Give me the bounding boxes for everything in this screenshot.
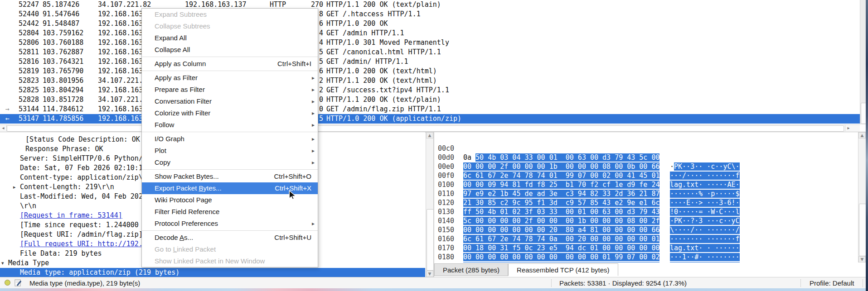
selected-field-status: Media type (media.type), 219 byte(s) bbox=[29, 277, 140, 289]
desktop-edge-bottom bbox=[0, 288, 866, 291]
packet-no: 52247 bbox=[19, 0, 39, 10]
menu-shortcut: Ctrl+Shift+O bbox=[274, 171, 311, 182]
tree-expander-icon[interactable]: ▾ bbox=[1, 258, 4, 268]
hex-dump-row[interactable]: 0130 5c 00 00 00 00 2f 00 00 00 1b 00 00… bbox=[434, 198, 858, 207]
packet-row[interactable]: 52811 103.762887 192.168.163.137 5 GET /… bbox=[0, 48, 860, 57]
packet-no: 53144 bbox=[19, 105, 39, 114]
packet-row[interactable]: → 53144 114.784612 192.168.163.137 0 GET… bbox=[0, 105, 860, 114]
context-menu-item[interactable]: Filter Field Reference bbox=[142, 206, 318, 218]
packet-row[interactable]: 52828 103.851728 34.107.221.82 0 HTTP/1.… bbox=[0, 95, 860, 105]
packet-detail-row[interactable]: Media type: application/zip (219 bytes) bbox=[0, 268, 425, 277]
hex-dump-row[interactable]: 0190 01 00 65 00 00 00 60 00 00 00 00 00… bbox=[434, 253, 858, 262]
context-menu-item[interactable]: Show Linked Packet in New Window bbox=[142, 255, 318, 267]
packet-no: 52819 bbox=[19, 67, 39, 76]
submenu-arrow-icon: ▸ bbox=[312, 133, 315, 145]
context-menu-item[interactable]: Plot ▸ bbox=[142, 145, 318, 157]
context-menu-item[interactable]: Expand Subtrees bbox=[142, 9, 318, 20]
hex-bytes[interactable]: 00 41 45 01 00 00 50 4b 05 06 00 00 00 0… bbox=[463, 262, 659, 262]
packet-row[interactable]: 52440 91.547646 192.168.163.137 8 GET /.… bbox=[0, 10, 860, 19]
packet-row[interactable]: 52823 103.801956 34.107.221.82 2 HTTP/1.… bbox=[0, 76, 860, 86]
tab-packet-bytes[interactable]: Packet (285 bytes) bbox=[434, 263, 508, 276]
packet-row[interactable]: ← 53147 114.785856 192.168.163.137 5 HTT… bbox=[0, 114, 860, 124]
wireshark-window: 52247 85.187426 34.107.221.82 192.168.16… bbox=[0, 0, 868, 291]
hex-dump-row[interactable]: 0150 6c 61 67 2e 74 78 74 0a 00 20 00 00… bbox=[434, 216, 858, 225]
tab-reassembled-tcp[interactable]: Reassembled TCP (412 bytes) bbox=[508, 263, 618, 276]
submenu-arrow-icon: ▸ bbox=[312, 107, 315, 119]
byte-view-tabs: Packet (285 bytes)Reassembled TCP (412 b… bbox=[434, 263, 618, 277]
scroll-down-arrow-icon[interactable]: ▼ bbox=[426, 271, 433, 277]
packet-row[interactable]: 52806 103.760188 192.168.163.137 4 HTTP/… bbox=[0, 38, 860, 48]
packet-info: GET /admin HTTP/1.1 bbox=[326, 29, 404, 38]
scroll-up-arrow-icon[interactable]: ▲ bbox=[858, 132, 866, 138]
context-menu-item[interactable]: Export Packet Bytes... Ctrl+Shift+X bbox=[142, 182, 318, 194]
packet-row[interactable]: 52442 91.548487 192.168.163.137 6 HTTP/1… bbox=[0, 19, 860, 29]
context-menu-item[interactable]: Expand All bbox=[142, 32, 318, 44]
packet-info: HTTP/1.1 200 OK (text/plain) bbox=[326, 0, 441, 10]
packet-info: GET /canonical.html HTTP/1.1 bbox=[326, 48, 441, 57]
context-menu-item[interactable]: Decode As... Ctrl+Shift+U bbox=[142, 232, 318, 243]
hex-dump-row[interactable]: 00f0 00 00 09 94 81 fd f8 25 b1 70 f2 cf… bbox=[434, 162, 858, 171]
hex-dump-row[interactable]: 0160 00 18 00 31 f5 0c 23 e5 94 dc 01 00… bbox=[434, 225, 858, 234]
packet-row[interactable]: 52819 103.765790 192.168.163.137 6 HTTP/… bbox=[0, 67, 860, 76]
status-bar: Media type (media.type), 219 byte(s) Pac… bbox=[0, 277, 866, 289]
hex-offset: 0190 bbox=[438, 262, 454, 262]
packet-time: 103.804294 bbox=[43, 86, 83, 95]
context-menu-item[interactable]: Show Packet Bytes... Ctrl+Shift+O bbox=[142, 171, 318, 182]
context-menu-item[interactable]: Conversation Filter ▸ bbox=[142, 95, 318, 107]
scroll-right-arrow-icon[interactable]: ▸ bbox=[845, 125, 852, 131]
hex-dump-row[interactable]: 0100 97 e9 e2 1b 45 de ad 3e c3 94 82 33… bbox=[434, 171, 858, 180]
scrollbar-thumb[interactable] bbox=[859, 204, 866, 256]
packet-info: HTTP/1.0 200 OK (text/html) bbox=[326, 67, 437, 76]
packet-time: 114.784612 bbox=[43, 105, 83, 114]
packet-row[interactable]: 52816 103.764321 192.168.163.137 5 GET /… bbox=[0, 57, 860, 67]
context-menu-item[interactable]: Colorize with Filter ▸ bbox=[142, 107, 318, 119]
context-menu-item[interactable]: Apply as Column Ctrl+Shift+I bbox=[142, 58, 318, 70]
expert-info-icon[interactable] bbox=[5, 280, 10, 286]
submenu-arrow-icon: ▸ bbox=[312, 119, 315, 131]
packet-info: GET /admin/flag.zip HTTP/1.1 bbox=[326, 105, 441, 114]
context-menu-item[interactable]: Prepare as Filter ▸ bbox=[142, 84, 318, 95]
packet-row[interactable]: 52804 103.759162 192.168.163.137 4 GET /… bbox=[0, 29, 860, 38]
related-packet-indicator-icon bbox=[1, 67, 14, 76]
hex-dump-row[interactable]: 00e0 6c 61 67 2e 74 78 74 01 99 07 00 02… bbox=[434, 153, 858, 162]
hex-dump-row[interactable]: 00d0 00 00 00 2f 00 00 00 1b 00 00 00 08… bbox=[434, 144, 858, 153]
context-menu-item[interactable]: Collapse Subtrees bbox=[142, 20, 318, 32]
packet-list-vertical-scrollbar[interactable] bbox=[860, 0, 866, 124]
context-menu-item[interactable]: I/O Graph ▸ bbox=[142, 133, 318, 145]
hex-dump-pane: 00c0 0a 50 4b 03 04 33 00 01 00 63 00 d3… bbox=[434, 132, 858, 262]
hex-dump-row[interactable]: 0180 00 41 45 01 00 00 50 4b 05 06 00 00… bbox=[434, 243, 858, 253]
context-menu-item[interactable]: Follow ▸ bbox=[142, 119, 318, 131]
scroll-left-arrow-icon[interactable]: ◂ bbox=[0, 125, 7, 131]
packet-row[interactable]: 52247 85.187426 34.107.221.82 192.168.16… bbox=[0, 0, 860, 10]
packet-list: 52247 85.187426 34.107.221.82 192.168.16… bbox=[0, 0, 860, 124]
tree-expander-icon[interactable]: ▸ bbox=[13, 182, 16, 192]
hex-dump-row[interactable]: 0170 00 00 00 00 00 00 00 00 00 00 00 01… bbox=[434, 234, 858, 243]
desktop-edge-right bbox=[866, 0, 868, 291]
scrollbar-thumb[interactable] bbox=[7, 125, 844, 132]
hex-dump-row[interactable]: 0120 ff 50 4b 01 02 3f 03 33 00 01 00 63… bbox=[434, 189, 858, 198]
context-menu-item[interactable]: Go to Linked Packet bbox=[142, 243, 318, 255]
scroll-down-arrow-icon[interactable]: ▼ bbox=[858, 256, 866, 262]
packet-info: GET /success.txt?ipv4 HTTP/1.1 bbox=[326, 86, 449, 95]
packet-info: HTTP/1.1 200 OK (text/plain) bbox=[326, 95, 441, 105]
details-vertical-scrollbar[interactable]: ▲ ▼ bbox=[426, 132, 433, 277]
hex-dump-row[interactable]: 0110 21 30 85 c2 9c 95 f1 3d c9 57 85 43… bbox=[434, 180, 858, 189]
context-menu-item[interactable]: Wiki Protocol Page bbox=[142, 194, 318, 206]
hex-dump-row[interactable]: 0140 00 00 00 00 00 00 00 20 80 a4 81 00… bbox=[434, 207, 858, 216]
context-menu-item[interactable]: Protocol Preferences ▸ bbox=[142, 218, 318, 229]
related-packet-indicator-icon bbox=[1, 29, 14, 38]
scrollbar-thumb[interactable] bbox=[427, 209, 434, 271]
context-menu-item[interactable]: Collapse All bbox=[142, 44, 318, 56]
hex-dump-row[interactable]: 00c0 0a 50 4b 03 04 33 00 01 00 63 00 d3… bbox=[434, 135, 858, 144]
profile-status[interactable]: Profile: Default bbox=[810, 277, 854, 289]
context-menu-item[interactable]: Copy ▸ bbox=[142, 157, 318, 168]
capture-comment-icon[interactable] bbox=[15, 279, 21, 286]
submenu-arrow-icon: ▸ bbox=[312, 218, 315, 229]
hex-ascii[interactable]: ········ ········ bbox=[670, 262, 740, 262]
hex-vertical-scrollbar[interactable]: ▲ ▼ bbox=[858, 132, 866, 262]
context-menu-item[interactable]: Apply as Filter ▸ bbox=[142, 72, 318, 84]
related-packet-indicator-icon: → bbox=[1, 105, 14, 114]
packet-time: 103.762887 bbox=[43, 48, 83, 57]
packet-row[interactable]: 52825 103.804294 192.168.163.137 2 GET /… bbox=[0, 86, 860, 95]
scroll-up-arrow-icon[interactable]: ▲ bbox=[426, 132, 433, 138]
